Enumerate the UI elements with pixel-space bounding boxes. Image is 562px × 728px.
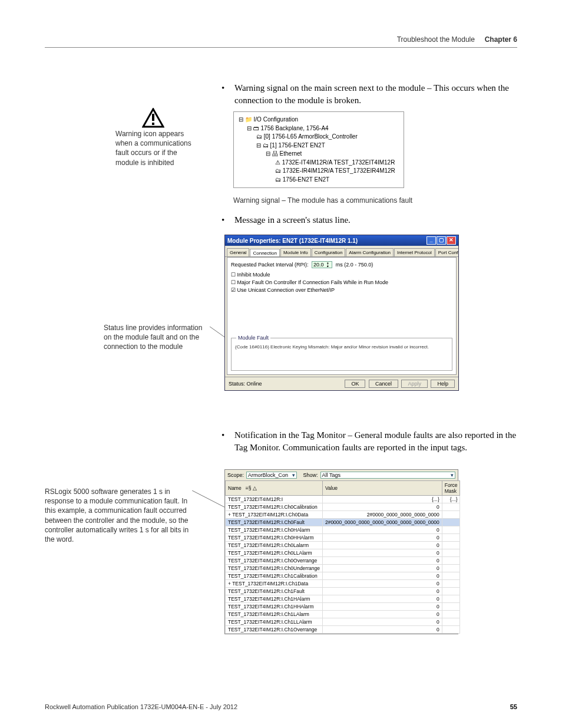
close-icon[interactable]: ✕ [447,236,456,245]
col-value[interactable]: Value [322,481,442,496]
status-text: Status: Online [229,381,262,387]
tab-module-info[interactable]: Module Info [280,248,311,256]
tag-force-cell [442,603,460,611]
bullet-dot: • [222,82,234,107]
tag-name-cell: + TEST_1732EIT4IM12R:I.Ch1Data [226,580,323,588]
module-properties-dialog: Module Properties: EN2T (1732E-IT4IM12R … [224,235,459,391]
module-fault-message: (Code 16#0116) Electronic Keying Mismatc… [235,344,448,350]
header-chapter: Chapter 6 [485,35,517,44]
help-button[interactable]: Help [431,380,455,388]
apply-button[interactable]: Apply [401,380,428,388]
tab-configuration[interactable]: Configuration [312,248,346,256]
tree-module-3[interactable]: 🗂 1756-EN2T EN2T [275,176,401,185]
table-row[interactable]: + TEST_1732EIT4IM12R:I.Ch1Data0 [226,580,460,588]
tag-force-cell [442,611,460,618]
tree-controller[interactable]: 🗂 [0] 1756-L65 ArmorBlock_Controller [256,133,401,141]
table-row[interactable]: TEST_1732EIT4IM12R:I.Ch1LLAlarm0 [226,618,460,626]
tab-alarm-config[interactable]: Alarm Configuration [346,248,394,256]
tag-value-cell: 0 [322,542,442,549]
table-row[interactable]: TEST_1732EIT4IM12R:I.Ch0Calibration0 [226,503,460,511]
table-row[interactable]: TEST_1732EIT4IM12R:I.Ch0LLAlarm0 [226,549,460,557]
show-label: Show: [303,472,318,478]
tag-value-cell: {...} [322,496,442,503]
tag-value-cell: 0 [322,580,442,588]
tree-en2t[interactable]: ⊟ 🗂 [1] 1756-EN2T EN2T [256,141,401,150]
tag-force-cell [442,572,460,580]
minimize-icon[interactable]: _ [427,236,436,245]
table-row[interactable]: TEST_1732EIT4IM12R:I.Ch1Fault0 [226,588,460,595]
figure-warning-tree: Warning icon appears when a communicatio… [115,114,517,214]
tagmon-toolbar: Scope: ArmorBlock_Con Show: All Tags [225,470,458,480]
window-buttons: _▢✕ [426,236,456,245]
warning-triangle-icon [142,108,164,128]
tag-value-cell: 0 [322,503,442,511]
table-row[interactable]: TEST_1732EIT4IM12R:I.Ch0Fault2#0000_0000… [226,519,460,526]
table-row[interactable]: TEST_1732EIT4IM12R:I{...}{...} [226,496,460,503]
header-title: Troubleshoot the Module [397,35,475,44]
tag-force-cell [442,526,460,534]
table-row[interactable]: TEST_1732EIT4IM12R:I.Ch1HHAlarm0 [226,603,460,611]
table-row[interactable]: TEST_1732EIT4IM12R:I.Ch0Overrange0 [226,557,460,565]
tree-ethernet[interactable]: ⊟ 品 Ethernet [266,150,401,159]
io-config-tree: ⊟ 📁 I/O Configuration ⊟ 🗃 1756 Backplane… [233,111,404,188]
tree-backplane[interactable]: ⊟ 🗃 1756 Backplane, 1756-A4 [247,124,401,133]
tag-force-cell [442,588,460,595]
tab-internet-protocol[interactable]: Internet Protocol [394,248,435,256]
chk-unicast[interactable]: ☑ Use Unicast Connection over EtherNet/I… [231,287,452,293]
chk-major-fault[interactable]: ☐ Major Fault On Controller If Connectio… [231,279,452,285]
scope-select[interactable]: ArmorBlock_Con [246,472,297,479]
ok-button[interactable]: OK [345,380,365,388]
table-row[interactable]: + TEST_1732EIT4IM12R:I.Ch0Data2#0000_000… [226,511,460,519]
bullet-1: • Warning signal on the main screen next… [222,82,517,107]
table-row[interactable]: TEST_1732EIT4IM12R:I.Ch1LAlarm0 [226,611,460,618]
table-row[interactable]: TEST_1732EIT4IM12R:I.Ch1Overrange0 [226,626,460,634]
rpi-input[interactable]: 20.0 ⭥ [312,261,332,268]
tag-value-cell: 0 [322,572,442,580]
table-row[interactable]: TEST_1732EIT4IM12R:I.Ch0Underrange0 [226,565,460,572]
tag-name-cell: TEST_1732EIT4IM12R:I.Ch0Lalarm [226,542,323,549]
callout-rslogix: RSLogix 5000 software generates 1 s in r… [45,487,192,544]
tag-force-cell: {...} [442,496,460,503]
table-row[interactable]: TEST_1732EIT4IM12R:I.Ch1HAlarm0 [226,595,460,603]
tag-force-cell [442,565,460,572]
tree-root[interactable]: ⊟ 📁 I/O Configuration [239,116,401,124]
callout-status-line: Status line provides information on the … [104,323,210,352]
module-fault-group: Module Fault (Code 16#0116) Electronic K… [231,338,452,371]
tag-name-cell: TEST_1732EIT4IM12R:I [226,496,323,503]
table-row[interactable]: TEST_1732EIT4IM12R:I.Ch0HAlarm0 [226,526,460,534]
tag-value-cell: 0 [322,557,442,565]
tag-name-cell: TEST_1732EIT4IM12R:I.Ch1Overrange [226,626,323,634]
maximize-icon[interactable]: ▢ [437,236,446,245]
cancel-button[interactable]: Cancel [369,380,398,388]
bullet-dot: • [222,429,234,454]
page-footer: Rockwell Automation Publication 1732E-UM… [45,703,517,710]
dialog-body: Requested Packet Interval (RPI): 20.0 ⭥ … [227,257,457,375]
tag-force-cell [442,557,460,565]
tag-force-cell [442,534,460,542]
table-row[interactable]: TEST_1732EIT4IM12R:I.Ch0HHAlarm0 [226,534,460,542]
tag-name-cell: TEST_1732EIT4IM12R:I.Ch0HHAlarm [226,534,323,542]
bullet-dot: • [222,214,234,226]
tag-value-cell: 0 [322,595,442,603]
tab-connection[interactable]: Connection [250,249,279,257]
tree-module-2[interactable]: 🗂 1732E-IR4IM12R/A TEST_1732EIR4M12R [275,167,401,176]
table-row[interactable]: TEST_1732EIT4IM12R:I.Ch0Lalarm0 [226,542,460,549]
tree-module-1[interactable]: ⚠ 1732E-IT4IM12R/A TEST_1732EIT4IM12R [275,159,401,167]
dialog-titlebar[interactable]: Module Properties: EN2T (1732E-IT4IM12R … [225,235,458,246]
chk-inhibit[interactable]: ☐ Inhibit Module [231,272,452,278]
col-name[interactable]: Name ≡§ △ [226,481,323,496]
tag-name-cell: TEST_1732EIT4IM12R:I.Ch0Calibration [226,503,323,511]
tag-value-cell: 0 [322,526,442,534]
dialog-title: Module Properties: EN2T (1732E-IT4IM12R … [227,238,358,244]
tab-port-config[interactable]: Port Configuration [435,248,458,256]
tag-value-cell: 0 [322,611,442,618]
table-row[interactable]: TEST_1732EIT4IM12R:I.Ch1Calibration0 [226,572,460,580]
tag-name-cell: TEST_1732EIT4IM12R:I.Ch1LAlarm [226,611,323,618]
dialog-status-bar: Status: Online OK Cancel Apply Help [225,377,458,390]
tag-value-cell: 0 [322,603,442,611]
show-select[interactable]: All Tags [320,472,455,479]
scope-label: Scope: [227,472,244,478]
tag-name-cell: TEST_1732EIT4IM12R:I.Ch1Calibration [226,572,323,580]
col-force[interactable]: Force Mask [442,481,460,496]
tab-general[interactable]: General [227,248,249,256]
